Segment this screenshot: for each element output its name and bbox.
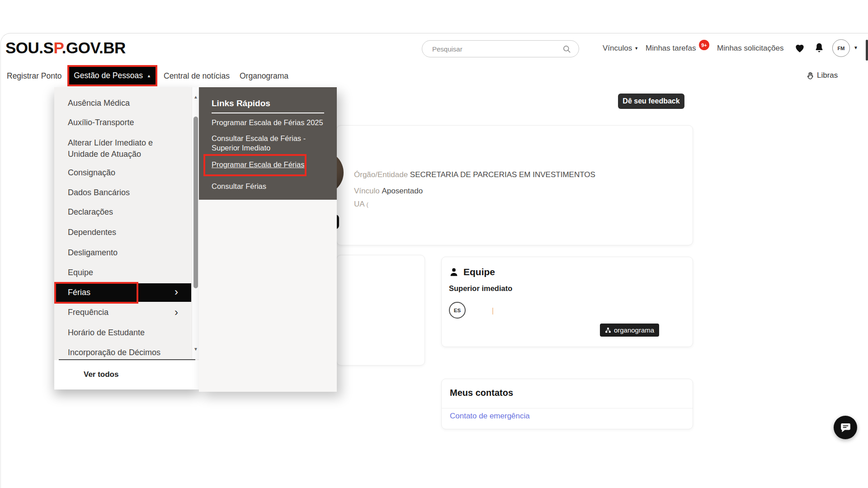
vinculo-label: Vínculo — [354, 187, 380, 195]
ua-line: UA ( — [354, 200, 368, 209]
search-input[interactable] — [431, 41, 553, 56]
menu-item-ferias[interactable]: Férias › — [54, 283, 191, 302]
window-scrollbar[interactable] — [866, 40, 868, 61]
libras-button[interactable]: Libras — [806, 71, 838, 80]
user-avatar[interactable]: FM — [832, 39, 850, 57]
nav-gestao-de-pessoas[interactable]: Gestão de Pessoas▲ — [67, 65, 157, 86]
logo-s: S — [43, 39, 54, 56]
chevron-right-icon: › — [175, 286, 178, 298]
minhas-solicitacoes-link[interactable]: Minhas solicitações — [717, 44, 783, 53]
menu-item-dependentes[interactable]: Dependentes — [68, 228, 116, 237]
contatos-card — [441, 379, 693, 429]
orgao-value: SECRETARIA DE PARCERIAS EM INVESTIMENTOS — [410, 170, 595, 179]
profile-card — [336, 125, 693, 245]
nav-registrar-ponto[interactable]: Registrar Ponto — [7, 71, 62, 81]
quick-link-consultar-escala-superior[interactable]: Consultar Escala de Férias - Superior Im… — [212, 134, 320, 153]
search-bar[interactable] — [422, 40, 579, 57]
person-icon — [449, 267, 459, 277]
ver-todos-link[interactable]: Ver todos — [84, 370, 118, 379]
menu-footer: Ver todos — [54, 360, 199, 389]
chat-fab-button[interactable] — [834, 416, 857, 439]
nav-central-de-noticias[interactable]: Central de notícias — [164, 71, 230, 81]
ferias-label: Férias — [68, 288, 90, 297]
menu-item-horario-estudante[interactable]: Horário de Estudante — [68, 328, 145, 338]
contato-emergencia-link[interactable]: Contato de emergência — [450, 412, 530, 421]
superior-imediato-label: Superior imediato — [449, 284, 512, 293]
nav-organograma[interactable]: Organograma — [240, 71, 288, 81]
quick-link-programar-2025[interactable]: Programar Escala de Férias 2025 — [212, 118, 323, 127]
links-rapidos-underline — [212, 113, 324, 113]
menu-item-consignacao[interactable]: Consignação — [68, 168, 115, 178]
bell-icon[interactable] — [813, 42, 825, 54]
orgao-label: Órgão/Entidade — [354, 170, 408, 179]
vinculos-dropdown[interactable]: Vínculos▼ — [603, 44, 638, 53]
superior-avatar[interactable]: ES — [449, 302, 466, 319]
orgao-line: Órgão/Entidade SECRETARIA DE PARCERIAS E… — [354, 170, 595, 179]
minhas-tarefas-label: Minhas tarefas — [646, 44, 696, 52]
quick-link-programar-escala[interactable]: Programar Escala de Férias — [212, 160, 304, 169]
frequencia-label: Frequência — [68, 308, 108, 317]
menu-item-dados-bancarios[interactable]: Dados Bancários — [68, 188, 130, 197]
contatos-title: Meus contatos — [450, 388, 513, 398]
org-chart-icon — [605, 327, 611, 333]
menu-scrollbar[interactable]: ▲ ▼ — [192, 87, 199, 359]
links-rapidos-box: Links Rápidos Programar Escala de Férias… — [199, 87, 337, 200]
chevron-down-icon: ▼ — [634, 46, 638, 51]
chat-icon — [840, 422, 852, 434]
menu-item-desligamento[interactable]: Desligamento — [68, 248, 118, 258]
logo-prefix: SOU. — [5, 39, 43, 56]
equipe-title: Equipe — [463, 267, 495, 277]
libras-label: Libras — [817, 71, 838, 80]
minhas-tarefas-link[interactable]: Minhas tarefas — [646, 44, 696, 53]
logo-p: P — [53, 39, 61, 56]
vinculos-label: Vínculos — [603, 44, 632, 52]
links-rapidos-title: Links Rápidos — [212, 99, 270, 108]
brand-logo[interactable]: SOU.SP.GOV.BR — [5, 39, 126, 57]
hidden-card — [336, 255, 425, 366]
minhas-solicitacoes-label: Minhas solicitações — [717, 44, 783, 52]
menu-item-alterar-lider[interactable]: Alterar Líder Imediato e Unidade de Atua… — [68, 137, 178, 160]
feedback-button[interactable]: Dê seu feedback — [618, 94, 684, 109]
menu-item-declaracoes[interactable]: Declarações — [68, 207, 113, 217]
logo-suffix: .GOV.BR — [62, 39, 126, 56]
menu-item-frequencia[interactable]: Frequência› — [68, 308, 108, 317]
scroll-down-icon[interactable]: ▼ — [193, 347, 198, 352]
ua-value: ( — [366, 201, 368, 208]
contatos-divider — [441, 408, 693, 408]
tarefas-count-badge: 9+ — [699, 40, 709, 50]
hand-icon — [806, 71, 815, 80]
gestao-dropdown-menu: Ausência Médica Auxílio-Transporte Alter… — [54, 87, 199, 389]
scrollbar-thumb[interactable] — [193, 117, 198, 288]
organograma-button-label: organograma — [614, 326, 654, 334]
quick-link-consultar-ferias[interactable]: Consultar Férias — [212, 182, 266, 191]
avatar-chevron-down-icon[interactable]: ▼ — [854, 45, 858, 50]
chevron-right-icon: › — [175, 306, 178, 319]
menu-item-ausencia-medica[interactable]: Ausência Médica — [68, 99, 130, 108]
menu-item-auxilio-transporte[interactable]: Auxílio-Transporte — [68, 118, 134, 127]
menu-item-equipe[interactable]: Equipe — [68, 268, 93, 277]
heart-icon[interactable] — [794, 42, 806, 54]
chevron-up-icon: ▲ — [147, 74, 151, 78]
gestao-label: Gestão de Pessoas — [74, 71, 143, 80]
vinculo-line: Vínculo Aposentado — [354, 187, 423, 196]
page: SOU.SP.GOV.BR Vínculos▼ Minhas tarefas 9… — [0, 0, 868, 488]
ferias-submenu-panel: Links Rápidos Programar Escala de Férias… — [199, 87, 337, 392]
redacted-text-artifact — [492, 308, 493, 314]
organograma-button[interactable]: organograma — [600, 324, 659, 337]
menu-item-incorporacao-decimos[interactable]: Incorporação de Décimos — [68, 348, 160, 357]
search-icon[interactable] — [562, 45, 571, 54]
equipe-header: Equipe — [449, 267, 495, 277]
vinculo-value: Aposentado — [382, 187, 423, 195]
scroll-up-icon[interactable]: ▲ — [193, 94, 198, 99]
ua-label: UA — [354, 200, 364, 208]
